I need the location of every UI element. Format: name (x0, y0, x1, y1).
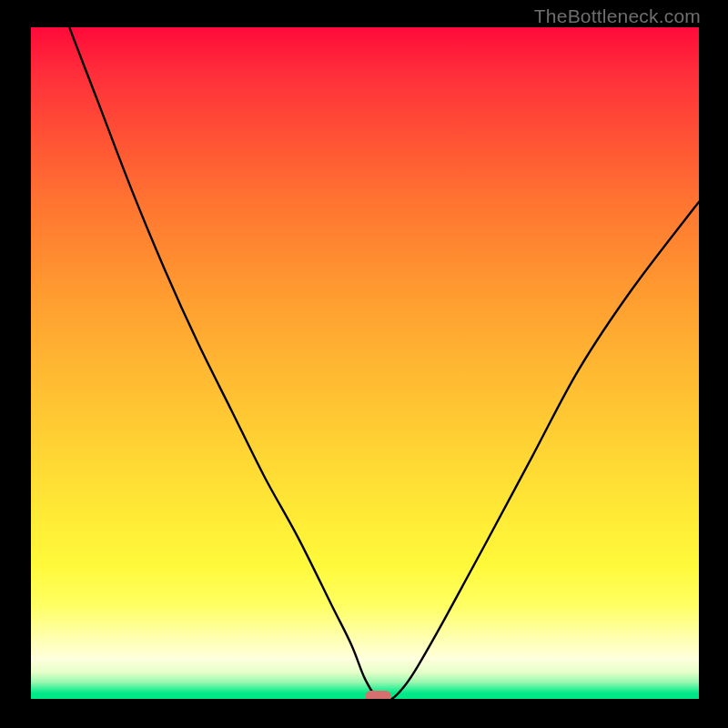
chart-frame: TheBottleneck.com (0, 0, 728, 728)
curve-svg (31, 27, 699, 699)
minimum-marker (366, 691, 391, 699)
watermark-text: TheBottleneck.com (534, 5, 701, 27)
bottleneck-curve (31, 27, 699, 699)
plot-area (31, 27, 699, 699)
